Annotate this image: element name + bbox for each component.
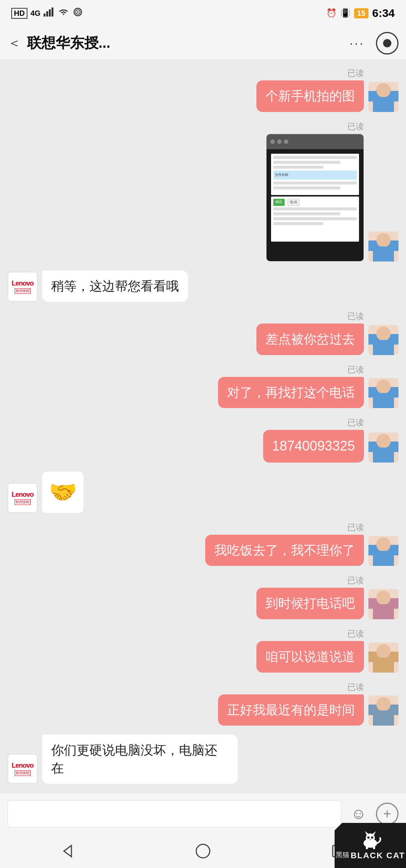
message-row: Lenovo 联想授权 你们更硬说电脑没坏，电脑还在 bbox=[8, 735, 398, 784]
message-bubble: 咱可以说道说道 bbox=[256, 641, 364, 673]
avatar bbox=[368, 231, 398, 262]
avatar-lenovo: Lenovo 联想授权 bbox=[8, 483, 38, 513]
message-content: 已读 我吃饭去了，我不理你了 bbox=[205, 522, 364, 566]
read-status: 已读 bbox=[347, 682, 364, 693]
read-status: 已读 bbox=[347, 311, 364, 322]
status-right: ⏰ 📳 15 6:34 bbox=[326, 7, 395, 20]
message-row: 已读 文件名称 bbox=[8, 121, 398, 262]
svg-point-15 bbox=[371, 836, 373, 839]
time-display: 6:34 bbox=[372, 7, 395, 20]
sound-icon bbox=[72, 8, 83, 19]
emoji-message: 🤝 bbox=[42, 472, 83, 513]
more-button[interactable]: ··· bbox=[350, 36, 365, 50]
read-status: 已读 bbox=[347, 628, 364, 640]
message-content: 你们更硬说电脑没坏，电脑还在 bbox=[42, 735, 238, 784]
plus-icon: + bbox=[383, 806, 391, 822]
message-row: 已读 到时候打电话吧 bbox=[8, 575, 398, 619]
svg-point-8 bbox=[196, 844, 210, 858]
avatar bbox=[368, 696, 398, 726]
svg-point-11 bbox=[366, 833, 375, 842]
message-content: 已读 个新手机拍的图 bbox=[256, 68, 364, 112]
black-cat-label: BLACK CAT bbox=[351, 851, 405, 860]
svg-rect-3 bbox=[52, 8, 53, 17]
signal-bars-icon bbox=[44, 8, 55, 19]
read-status: 已读 bbox=[347, 575, 364, 586]
battery-indicator: 15 bbox=[354, 8, 368, 18]
message-bubble: 到时候打电话吧 bbox=[256, 588, 364, 619]
avatar bbox=[368, 589, 398, 619]
back-button[interactable]: ＜ bbox=[8, 34, 21, 52]
message-row: 已读 咱可以说道说道 bbox=[8, 628, 398, 673]
avatar bbox=[368, 378, 398, 408]
svg-marker-12 bbox=[365, 831, 369, 835]
avatar bbox=[368, 325, 398, 355]
svg-rect-1 bbox=[46, 11, 48, 17]
home-nav-button[interactable] bbox=[190, 838, 216, 864]
black-cat-watermark: 黑猫 BLACK CAT bbox=[335, 823, 406, 868]
avatar bbox=[368, 536, 398, 566]
message-bubble: 你们更硬说电脑没坏，电脑还在 bbox=[42, 735, 238, 784]
message-bubble: 我吃饭去了，我不理你了 bbox=[205, 535, 364, 566]
phone-number-bubble[interactable]: 18740093325 bbox=[263, 430, 364, 462]
avatar bbox=[368, 432, 398, 463]
message-bubble: 个新手机拍的图 bbox=[256, 80, 364, 112]
black-cat-logo-icon bbox=[358, 830, 383, 849]
emoji-icon: ☺ bbox=[351, 805, 367, 822]
message-row: 已读 对了，再找打这个电话 bbox=[8, 364, 398, 408]
svg-rect-17 bbox=[366, 846, 368, 849]
message-content: 已读 对了，再找打这个电话 bbox=[218, 364, 364, 408]
message-row: 已读 个新手机拍的图 bbox=[8, 68, 398, 112]
svg-rect-18 bbox=[373, 846, 375, 849]
message-row: Lenovo 联想授权 稍等，这边帮您看看哦 bbox=[8, 271, 398, 302]
status-left: HD 4G bbox=[11, 8, 83, 19]
screenshot-image: 文件名称 确定 取消 bbox=[266, 134, 364, 262]
read-status: 已读 bbox=[347, 522, 364, 533]
message-row: 已读 我吃饭去了，我不理你了 bbox=[8, 522, 398, 566]
alarm-icon: ⏰ bbox=[326, 8, 336, 18]
record-icon bbox=[383, 39, 391, 47]
chat-header: ＜ 联想华东授... ··· bbox=[0, 26, 406, 60]
read-status: 已读 bbox=[347, 417, 364, 428]
hd-badge: HD bbox=[11, 8, 27, 19]
wifi-icon bbox=[58, 8, 69, 19]
read-status: 已读 bbox=[347, 121, 364, 132]
svg-point-16 bbox=[370, 839, 371, 840]
signal-4g: 4G bbox=[30, 9, 41, 18]
chat-title: 联想华东授... bbox=[27, 33, 350, 53]
svg-marker-13 bbox=[372, 831, 376, 835]
avatar-lenovo: Lenovo 联想授权 bbox=[8, 754, 38, 784]
message-content: 已读 差点被你岔过去 bbox=[256, 311, 364, 355]
message-row: 已读 18740093325 bbox=[8, 417, 398, 462]
message-bubble: 稍等，这边帮您看看哦 bbox=[42, 271, 188, 302]
message-content: 已读 到时候打电话吧 bbox=[256, 575, 364, 619]
message-row: Lenovo 联想授权 🤝 bbox=[8, 472, 398, 513]
message-content: 已读 18740093325 bbox=[263, 417, 364, 462]
add-button[interactable]: + bbox=[376, 803, 398, 825]
message-row: 已读 正好我最近有的是时间 bbox=[8, 682, 398, 726]
record-button[interactable] bbox=[376, 32, 398, 54]
message-bubble: 正好我最近有的是时间 bbox=[218, 694, 364, 726]
svg-marker-7 bbox=[64, 845, 71, 857]
message-bubble: 差点被你岔过去 bbox=[256, 324, 364, 355]
message-content: 已读 咱可以说道说道 bbox=[256, 628, 364, 673]
message-content: 🤝 bbox=[42, 472, 83, 513]
read-status: 已读 bbox=[347, 68, 364, 79]
message-row: 已读 差点被你岔过去 bbox=[8, 311, 398, 355]
svg-rect-0 bbox=[44, 14, 45, 17]
svg-rect-2 bbox=[49, 9, 51, 17]
back-nav-button[interactable] bbox=[55, 838, 81, 864]
message-content: 已读 正好我最近有的是时间 bbox=[218, 682, 364, 726]
vibrate-icon: 📳 bbox=[340, 8, 350, 18]
svg-point-14 bbox=[367, 836, 370, 839]
status-bar: HD 4G ⏰ 📳 15 bbox=[0, 0, 406, 26]
avatar bbox=[368, 643, 398, 673]
message-content: 稍等，这边帮您看看哦 bbox=[42, 271, 188, 302]
emoji-button[interactable]: ☺ bbox=[347, 803, 370, 825]
message-bubble: 对了，再找打这个电话 bbox=[218, 377, 364, 408]
avatar bbox=[368, 82, 398, 112]
avatar-lenovo: Lenovo 联想授权 bbox=[8, 272, 38, 302]
read-status: 已读 bbox=[347, 364, 364, 375]
svg-point-6 bbox=[77, 11, 79, 13]
message-input[interactable] bbox=[8, 800, 341, 827]
message-content: 已读 文件名称 bbox=[266, 121, 364, 262]
